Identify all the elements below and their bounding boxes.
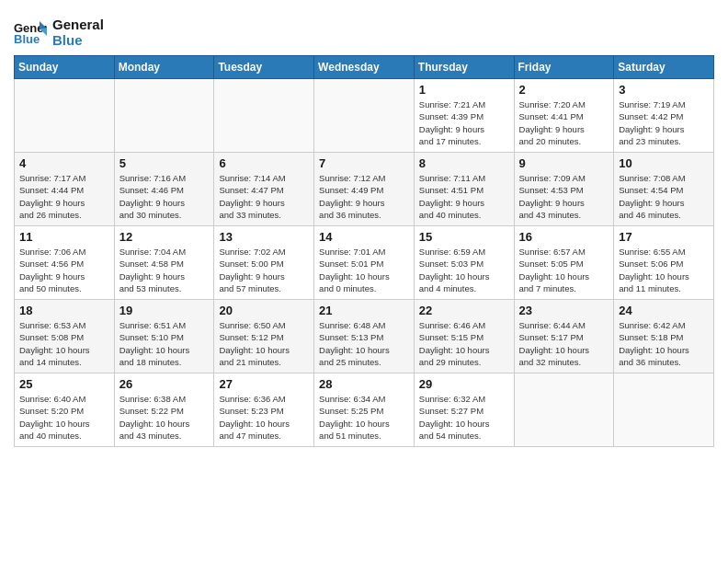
day-info: Sunrise: 7:14 AM Sunset: 4:47 PM Dayligh… bbox=[219, 172, 309, 221]
day-number: 28 bbox=[319, 377, 409, 391]
day-header-tuesday: Tuesday bbox=[214, 56, 314, 79]
logo-text-line1: General bbox=[52, 17, 104, 32]
day-info: Sunrise: 7:09 AM Sunset: 4:53 PM Dayligh… bbox=[519, 172, 609, 221]
day-info: Sunrise: 7:20 AM Sunset: 4:41 PM Dayligh… bbox=[519, 98, 609, 147]
day-info: Sunrise: 6:42 AM Sunset: 5:18 PM Dayligh… bbox=[619, 319, 709, 368]
day-number: 20 bbox=[219, 304, 309, 317]
calendar-cell: 16Sunrise: 6:57 AM Sunset: 5:05 PM Dayli… bbox=[514, 226, 614, 300]
day-number: 26 bbox=[119, 377, 210, 391]
calendar-cell: 10Sunrise: 7:08 AM Sunset: 4:54 PM Dayli… bbox=[614, 153, 714, 226]
calendar-cell: 27Sunrise: 6:36 AM Sunset: 5:23 PM Dayli… bbox=[214, 373, 314, 447]
logo: General Blue General Blue bbox=[14, 17, 104, 48]
day-info: Sunrise: 6:40 AM Sunset: 5:20 PM Dayligh… bbox=[19, 393, 109, 442]
day-info: Sunrise: 6:34 AM Sunset: 5:25 PM Dayligh… bbox=[319, 393, 409, 442]
svg-text:Blue: Blue bbox=[14, 32, 40, 45]
day-number: 12 bbox=[119, 230, 210, 244]
calendar-cell: 25Sunrise: 6:40 AM Sunset: 5:20 PM Dayli… bbox=[15, 373, 115, 447]
day-header-thursday: Thursday bbox=[414, 56, 514, 79]
calendar-cell: 19Sunrise: 6:51 AM Sunset: 5:10 PM Dayli… bbox=[114, 300, 214, 373]
day-number: 22 bbox=[419, 304, 509, 317]
calendar-cell: 4Sunrise: 7:17 AM Sunset: 4:44 PM Daylig… bbox=[15, 153, 115, 226]
calendar-cell: 17Sunrise: 6:55 AM Sunset: 5:06 PM Dayli… bbox=[614, 226, 714, 300]
day-info: Sunrise: 7:11 AM Sunset: 4:51 PM Dayligh… bbox=[419, 172, 509, 221]
calendar-table: SundayMondayTuesdayWednesdayThursdayFrid… bbox=[14, 55, 714, 447]
day-number: 15 bbox=[419, 230, 509, 244]
day-number: 27 bbox=[219, 377, 309, 391]
day-info: Sunrise: 7:08 AM Sunset: 4:54 PM Dayligh… bbox=[619, 172, 709, 221]
calendar-cell: 12Sunrise: 7:04 AM Sunset: 4:58 PM Dayli… bbox=[114, 226, 214, 300]
day-info: Sunrise: 6:55 AM Sunset: 5:06 PM Dayligh… bbox=[619, 246, 709, 294]
day-info: Sunrise: 6:36 AM Sunset: 5:23 PM Dayligh… bbox=[219, 393, 309, 442]
week-row-1: 1Sunrise: 7:21 AM Sunset: 4:39 PM Daylig… bbox=[15, 79, 714, 153]
calendar-cell: 26Sunrise: 6:38 AM Sunset: 5:22 PM Dayli… bbox=[114, 373, 214, 447]
day-info: Sunrise: 7:12 AM Sunset: 4:49 PM Dayligh… bbox=[319, 172, 409, 221]
week-row-2: 4Sunrise: 7:17 AM Sunset: 4:44 PM Daylig… bbox=[15, 153, 714, 226]
day-number: 29 bbox=[419, 377, 509, 391]
day-number: 7 bbox=[319, 156, 409, 170]
day-info: Sunrise: 6:50 AM Sunset: 5:12 PM Dayligh… bbox=[219, 319, 309, 368]
day-header-monday: Monday bbox=[114, 56, 214, 79]
week-row-5: 25Sunrise: 6:40 AM Sunset: 5:20 PM Dayli… bbox=[15, 373, 714, 447]
calendar-cell bbox=[214, 79, 314, 153]
calendar-cell: 28Sunrise: 6:34 AM Sunset: 5:25 PM Dayli… bbox=[314, 373, 415, 447]
calendar-cell bbox=[114, 79, 214, 153]
day-info: Sunrise: 6:44 AM Sunset: 5:17 PM Dayligh… bbox=[519, 319, 609, 368]
logo-icon: General Blue bbox=[14, 19, 47, 45]
calendar-cell: 29Sunrise: 6:32 AM Sunset: 5:27 PM Dayli… bbox=[414, 373, 514, 447]
day-info: Sunrise: 7:16 AM Sunset: 4:46 PM Dayligh… bbox=[119, 172, 210, 221]
calendar-cell bbox=[15, 79, 115, 153]
day-number: 18 bbox=[19, 304, 109, 317]
day-info: Sunrise: 6:32 AM Sunset: 5:27 PM Dayligh… bbox=[419, 393, 509, 442]
day-info: Sunrise: 7:01 AM Sunset: 5:01 PM Dayligh… bbox=[319, 246, 409, 294]
calendar-cell: 23Sunrise: 6:44 AM Sunset: 5:17 PM Dayli… bbox=[514, 300, 614, 373]
day-number: 16 bbox=[519, 230, 609, 244]
calendar-cell: 14Sunrise: 7:01 AM Sunset: 5:01 PM Dayli… bbox=[314, 226, 415, 300]
calendar-header-row: SundayMondayTuesdayWednesdayThursdayFrid… bbox=[15, 56, 714, 79]
calendar-cell: 9Sunrise: 7:09 AM Sunset: 4:53 PM Daylig… bbox=[514, 153, 614, 226]
day-number: 9 bbox=[519, 156, 609, 170]
day-info: Sunrise: 6:57 AM Sunset: 5:05 PM Dayligh… bbox=[519, 246, 609, 294]
day-number: 2 bbox=[519, 83, 609, 97]
calendar-cell: 21Sunrise: 6:48 AM Sunset: 5:13 PM Dayli… bbox=[314, 300, 415, 373]
day-info: Sunrise: 7:19 AM Sunset: 4:42 PM Dayligh… bbox=[619, 98, 709, 147]
calendar-cell: 3Sunrise: 7:19 AM Sunset: 4:42 PM Daylig… bbox=[614, 79, 714, 153]
day-info: Sunrise: 7:02 AM Sunset: 5:00 PM Dayligh… bbox=[219, 246, 309, 294]
day-number: 17 bbox=[619, 230, 709, 244]
day-number: 8 bbox=[419, 156, 509, 170]
day-number: 25 bbox=[19, 377, 109, 391]
day-header-saturday: Saturday bbox=[614, 56, 714, 79]
day-number: 1 bbox=[419, 83, 509, 97]
day-info: Sunrise: 6:59 AM Sunset: 5:03 PM Dayligh… bbox=[419, 246, 509, 294]
calendar-cell: 18Sunrise: 6:53 AM Sunset: 5:08 PM Dayli… bbox=[15, 300, 115, 373]
week-row-3: 11Sunrise: 7:06 AM Sunset: 4:56 PM Dayli… bbox=[15, 226, 714, 300]
day-number: 19 bbox=[119, 304, 210, 317]
day-info: Sunrise: 6:51 AM Sunset: 5:10 PM Dayligh… bbox=[119, 319, 210, 368]
day-number: 24 bbox=[619, 304, 709, 317]
day-info: Sunrise: 6:46 AM Sunset: 5:15 PM Dayligh… bbox=[419, 319, 509, 368]
calendar-cell: 22Sunrise: 6:46 AM Sunset: 5:15 PM Dayli… bbox=[414, 300, 514, 373]
day-header-sunday: Sunday bbox=[15, 56, 115, 79]
day-header-friday: Friday bbox=[514, 56, 614, 79]
day-info: Sunrise: 6:48 AM Sunset: 5:13 PM Dayligh… bbox=[319, 319, 409, 368]
calendar-cell: 20Sunrise: 6:50 AM Sunset: 5:12 PM Dayli… bbox=[214, 300, 314, 373]
day-info: Sunrise: 6:53 AM Sunset: 5:08 PM Dayligh… bbox=[19, 319, 109, 368]
week-row-4: 18Sunrise: 6:53 AM Sunset: 5:08 PM Dayli… bbox=[15, 300, 714, 373]
calendar-cell bbox=[514, 373, 614, 447]
day-info: Sunrise: 7:06 AM Sunset: 4:56 PM Dayligh… bbox=[19, 246, 109, 294]
calendar-cell bbox=[614, 373, 714, 447]
day-number: 13 bbox=[219, 230, 309, 244]
day-header-wednesday: Wednesday bbox=[314, 56, 415, 79]
day-info: Sunrise: 7:04 AM Sunset: 4:58 PM Dayligh… bbox=[119, 246, 210, 294]
calendar-cell bbox=[314, 79, 415, 153]
calendar-cell: 11Sunrise: 7:06 AM Sunset: 4:56 PM Dayli… bbox=[15, 226, 115, 300]
day-info: Sunrise: 6:38 AM Sunset: 5:22 PM Dayligh… bbox=[119, 393, 210, 442]
logo-text-line2: Blue bbox=[52, 32, 104, 48]
day-info: Sunrise: 7:21 AM Sunset: 4:39 PM Dayligh… bbox=[419, 98, 509, 147]
day-number: 21 bbox=[319, 304, 409, 317]
day-number: 14 bbox=[319, 230, 409, 244]
calendar-cell: 7Sunrise: 7:12 AM Sunset: 4:49 PM Daylig… bbox=[314, 153, 415, 226]
day-number: 6 bbox=[219, 156, 309, 170]
header: General Blue General Blue bbox=[14, 9, 714, 48]
calendar-cell: 15Sunrise: 6:59 AM Sunset: 5:03 PM Dayli… bbox=[414, 226, 514, 300]
day-number: 10 bbox=[619, 156, 709, 170]
